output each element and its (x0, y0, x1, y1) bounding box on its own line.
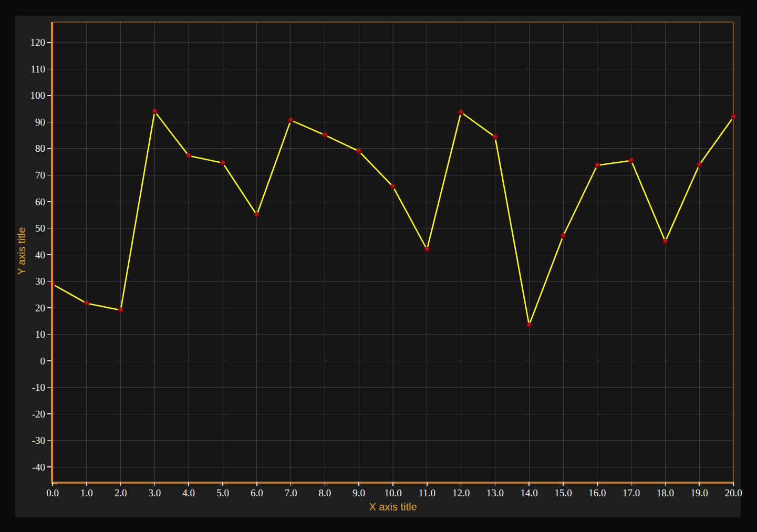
x-tick-label: 13.0 (486, 487, 504, 498)
x-tick-label: 0.0 (46, 487, 59, 498)
x-tick-label: 3.0 (149, 487, 161, 498)
x-tick-label: 11.0 (419, 487, 436, 498)
axis-origin-notch (53, 483, 57, 484)
data-point (152, 109, 158, 114)
data-point (84, 300, 90, 306)
data-point (322, 132, 328, 138)
x-tick-label: 17.0 (623, 487, 640, 498)
y-tick-label: -20 (32, 409, 45, 420)
x-tick-label: 14.0 (521, 487, 538, 498)
app-window: 1201101009080706050403020100-10-20-30-40… (0, 0, 757, 532)
x-tick-label: 7.0 (285, 487, 297, 498)
data-point (424, 247, 430, 253)
x-tick-label: 8.0 (319, 487, 331, 498)
x-axis-title: X axis title (369, 501, 417, 513)
y-tick-label: 120 (30, 37, 46, 48)
chart-canvas: 1201101009080706050403020100-10-20-30-40… (0, 0, 757, 532)
x-tick-label: 15.0 (554, 487, 572, 498)
data-point (458, 109, 464, 115)
y-tick-label: 80 (35, 143, 45, 154)
y-tick-label: 40 (35, 249, 45, 260)
y-tick-label: 50 (35, 223, 45, 234)
data-point (595, 163, 600, 169)
data-point (254, 212, 260, 218)
data-point (118, 307, 123, 313)
y-tick-label: 60 (35, 196, 45, 207)
y-tick-label: 0 (40, 356, 46, 367)
x-tick-label: 4.0 (182, 487, 195, 498)
data-point (697, 162, 702, 168)
x-tick-label: 9.0 (352, 487, 365, 498)
x-tick-label: 19.0 (691, 487, 708, 498)
x-tick-label: 20.0 (724, 487, 742, 498)
x-tick-label: 1.0 (80, 487, 93, 498)
y-tick-label: 100 (30, 90, 46, 101)
data-point (628, 158, 634, 163)
y-tick-label: -10 (32, 382, 45, 393)
y-tick-label: 30 (35, 276, 45, 287)
y-tick-label: 90 (35, 117, 45, 128)
data-point (288, 118, 294, 123)
x-tick-label: 6.0 (251, 487, 263, 498)
data-point (662, 238, 668, 244)
y-tick-label: 10 (35, 329, 45, 340)
data-point (492, 134, 498, 140)
x-tick-label: 5.0 (216, 487, 229, 498)
y-tick-label: 70 (35, 170, 45, 181)
y-tick-label: -30 (32, 435, 45, 446)
data-point (186, 153, 192, 159)
y-tick-label: 110 (30, 64, 45, 75)
grid-layer (53, 22, 733, 482)
x-tick-label: 16.0 (588, 487, 606, 498)
data-point (390, 184, 396, 190)
data-point (731, 114, 737, 120)
x-tick-label: 18.0 (657, 487, 674, 498)
y-tick-label: 20 (35, 302, 45, 314)
x-tick-label: 12.0 (452, 487, 470, 498)
y-axis-line (51, 22, 53, 484)
data-point (220, 160, 226, 166)
x-tick-label: 10.0 (384, 487, 401, 498)
data-point (526, 322, 532, 328)
y-axis-title: Y axis title (16, 227, 27, 275)
data-point (356, 149, 362, 154)
x-tick-label: 2.0 (115, 487, 127, 498)
data-point (561, 233, 566, 239)
y-tick-label: -40 (32, 462, 45, 473)
